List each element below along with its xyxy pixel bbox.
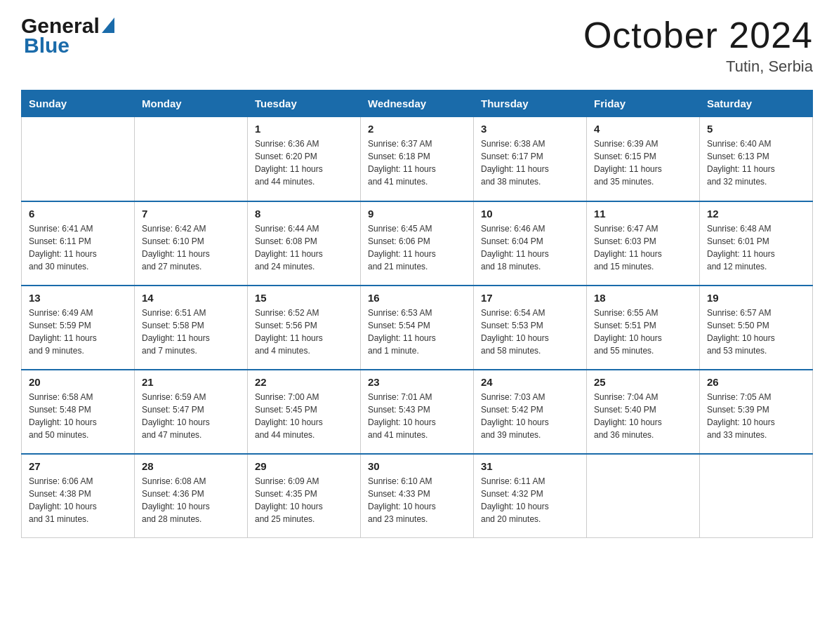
day-number: 21 <box>142 376 240 388</box>
calendar-week-row: 13Sunrise: 6:49 AMSunset: 5:59 PMDayligh… <box>22 286 813 370</box>
day-number: 6 <box>29 208 127 220</box>
col-saturday: Saturday <box>700 90 813 117</box>
day-info: Sunrise: 6:46 AMSunset: 6:04 PMDaylight:… <box>481 222 579 273</box>
col-wednesday: Wednesday <box>361 90 474 117</box>
day-info: Sunrise: 7:04 AMSunset: 5:40 PMDaylight:… <box>594 391 692 441</box>
day-info: Sunrise: 7:03 AMSunset: 5:42 PMDaylight:… <box>481 391 579 441</box>
day-number: 12 <box>707 208 805 220</box>
calendar-cell: 24Sunrise: 7:03 AMSunset: 5:42 PMDayligh… <box>474 370 587 454</box>
day-number: 29 <box>255 460 353 472</box>
title-section: October 2024 Tutin, Serbia <box>583 14 813 76</box>
logo: General Blue <box>21 14 114 58</box>
calendar-cell: 9Sunrise: 6:45 AMSunset: 6:06 PMDaylight… <box>361 201 474 286</box>
day-number: 2 <box>368 123 466 135</box>
calendar-cell <box>700 454 813 538</box>
calendar-cell: 30Sunrise: 6:10 AMSunset: 4:33 PMDayligh… <box>361 454 474 538</box>
day-info: Sunrise: 7:00 AMSunset: 5:45 PMDaylight:… <box>255 391 353 441</box>
calendar-cell: 17Sunrise: 6:54 AMSunset: 5:53 PMDayligh… <box>474 286 587 370</box>
day-number: 19 <box>707 292 805 304</box>
calendar-cell <box>135 117 248 201</box>
day-info: Sunrise: 6:54 AMSunset: 5:53 PMDaylight:… <box>481 307 579 357</box>
day-info: Sunrise: 6:51 AMSunset: 5:58 PMDaylight:… <box>142 307 240 357</box>
col-friday: Friday <box>587 90 700 117</box>
calendar-cell: 29Sunrise: 6:09 AMSunset: 4:35 PMDayligh… <box>248 454 361 538</box>
day-number: 18 <box>594 292 692 304</box>
calendar-cell: 28Sunrise: 6:08 AMSunset: 4:36 PMDayligh… <box>135 454 248 538</box>
day-info: Sunrise: 6:55 AMSunset: 5:51 PMDaylight:… <box>594 307 692 357</box>
day-info: Sunrise: 6:41 AMSunset: 6:11 PMDaylight:… <box>29 222 127 273</box>
day-info: Sunrise: 6:44 AMSunset: 6:08 PMDaylight:… <box>255 222 353 273</box>
svg-marker-0 <box>102 18 114 33</box>
day-number: 15 <box>255 292 353 304</box>
day-number: 25 <box>594 376 692 388</box>
day-number: 7 <box>142 208 240 220</box>
calendar-header-row: Sunday Monday Tuesday Wednesday Thursday… <box>22 90 813 117</box>
calendar-cell: 8Sunrise: 6:44 AMSunset: 6:08 PMDaylight… <box>248 201 361 286</box>
day-info: Sunrise: 6:53 AMSunset: 5:54 PMDaylight:… <box>368 307 466 357</box>
day-info: Sunrise: 7:05 AMSunset: 5:39 PMDaylight:… <box>707 391 805 441</box>
calendar-week-row: 27Sunrise: 6:06 AMSunset: 4:38 PMDayligh… <box>22 454 813 538</box>
calendar-cell: 13Sunrise: 6:49 AMSunset: 5:59 PMDayligh… <box>22 286 135 370</box>
calendar-cell: 2Sunrise: 6:37 AMSunset: 6:18 PMDaylight… <box>361 117 474 201</box>
day-number: 5 <box>707 123 805 135</box>
calendar-week-row: 1Sunrise: 6:36 AMSunset: 6:20 PMDaylight… <box>22 117 813 201</box>
day-number: 31 <box>481 460 579 472</box>
calendar-cell: 31Sunrise: 6:11 AMSunset: 4:32 PMDayligh… <box>474 454 587 538</box>
calendar-cell: 11Sunrise: 6:47 AMSunset: 6:03 PMDayligh… <box>587 201 700 286</box>
calendar-cell: 22Sunrise: 7:00 AMSunset: 5:45 PMDayligh… <box>248 370 361 454</box>
day-number: 27 <box>29 460 127 472</box>
calendar-cell: 5Sunrise: 6:40 AMSunset: 6:13 PMDaylight… <box>700 117 813 201</box>
day-info: Sunrise: 6:38 AMSunset: 6:17 PMDaylight:… <box>481 137 579 188</box>
calendar-cell <box>587 454 700 538</box>
day-info: Sunrise: 6:40 AMSunset: 6:13 PMDaylight:… <box>707 137 805 188</box>
day-number: 13 <box>29 292 127 304</box>
col-sunday: Sunday <box>22 90 135 117</box>
day-info: Sunrise: 6:42 AMSunset: 6:10 PMDaylight:… <box>142 222 240 273</box>
day-info: Sunrise: 6:59 AMSunset: 5:47 PMDaylight:… <box>142 391 240 441</box>
day-info: Sunrise: 6:45 AMSunset: 6:06 PMDaylight:… <box>368 222 466 273</box>
page-header: General Blue October 2024 Tutin, Serbia <box>21 14 813 76</box>
day-number: 28 <box>142 460 240 472</box>
month-title: October 2024 <box>583 14 813 56</box>
day-info: Sunrise: 6:39 AMSunset: 6:15 PMDaylight:… <box>594 137 692 188</box>
day-info: Sunrise: 6:49 AMSunset: 5:59 PMDaylight:… <box>29 307 127 357</box>
day-number: 17 <box>481 292 579 304</box>
calendar-cell: 6Sunrise: 6:41 AMSunset: 6:11 PMDaylight… <box>22 201 135 286</box>
day-number: 24 <box>481 376 579 388</box>
day-info: Sunrise: 6:06 AMSunset: 4:38 PMDaylight:… <box>29 475 127 525</box>
calendar-cell: 20Sunrise: 6:58 AMSunset: 5:48 PMDayligh… <box>22 370 135 454</box>
logo-blue-text: Blue <box>24 34 70 58</box>
day-number: 16 <box>368 292 466 304</box>
day-info: Sunrise: 6:08 AMSunset: 4:36 PMDaylight:… <box>142 475 240 525</box>
calendar-cell: 14Sunrise: 6:51 AMSunset: 5:58 PMDayligh… <box>135 286 248 370</box>
day-info: Sunrise: 6:52 AMSunset: 5:56 PMDaylight:… <box>255 307 353 357</box>
day-info: Sunrise: 6:58 AMSunset: 5:48 PMDaylight:… <box>29 391 127 441</box>
calendar-cell: 25Sunrise: 7:04 AMSunset: 5:40 PMDayligh… <box>587 370 700 454</box>
calendar-cell: 27Sunrise: 6:06 AMSunset: 4:38 PMDayligh… <box>22 454 135 538</box>
day-info: Sunrise: 6:57 AMSunset: 5:50 PMDaylight:… <box>707 307 805 357</box>
calendar-cell: 1Sunrise: 6:36 AMSunset: 6:20 PMDaylight… <box>248 117 361 201</box>
day-number: 26 <box>707 376 805 388</box>
col-monday: Monday <box>135 90 248 117</box>
calendar-cell: 21Sunrise: 6:59 AMSunset: 5:47 PMDayligh… <box>135 370 248 454</box>
calendar-cell: 12Sunrise: 6:48 AMSunset: 6:01 PMDayligh… <box>700 201 813 286</box>
day-number: 1 <box>255 123 353 135</box>
day-number: 30 <box>368 460 466 472</box>
day-info: Sunrise: 6:09 AMSunset: 4:35 PMDaylight:… <box>255 475 353 525</box>
col-thursday: Thursday <box>474 90 587 117</box>
day-number: 8 <box>255 208 353 220</box>
day-info: Sunrise: 6:37 AMSunset: 6:18 PMDaylight:… <box>368 137 466 188</box>
calendar-week-row: 6Sunrise: 6:41 AMSunset: 6:11 PMDaylight… <box>22 201 813 286</box>
day-number: 22 <box>255 376 353 388</box>
calendar-body: 1Sunrise: 6:36 AMSunset: 6:20 PMDaylight… <box>22 117 813 538</box>
calendar-cell: 18Sunrise: 6:55 AMSunset: 5:51 PMDayligh… <box>587 286 700 370</box>
day-number: 10 <box>481 208 579 220</box>
day-number: 9 <box>368 208 466 220</box>
day-number: 3 <box>481 123 579 135</box>
calendar-cell: 16Sunrise: 6:53 AMSunset: 5:54 PMDayligh… <box>361 286 474 370</box>
col-tuesday: Tuesday <box>248 90 361 117</box>
day-info: Sunrise: 6:11 AMSunset: 4:32 PMDaylight:… <box>481 475 579 525</box>
logo-triangle-icon <box>102 18 114 33</box>
subtitle: Tutin, Serbia <box>583 58 813 76</box>
day-info: Sunrise: 6:48 AMSunset: 6:01 PMDaylight:… <box>707 222 805 273</box>
